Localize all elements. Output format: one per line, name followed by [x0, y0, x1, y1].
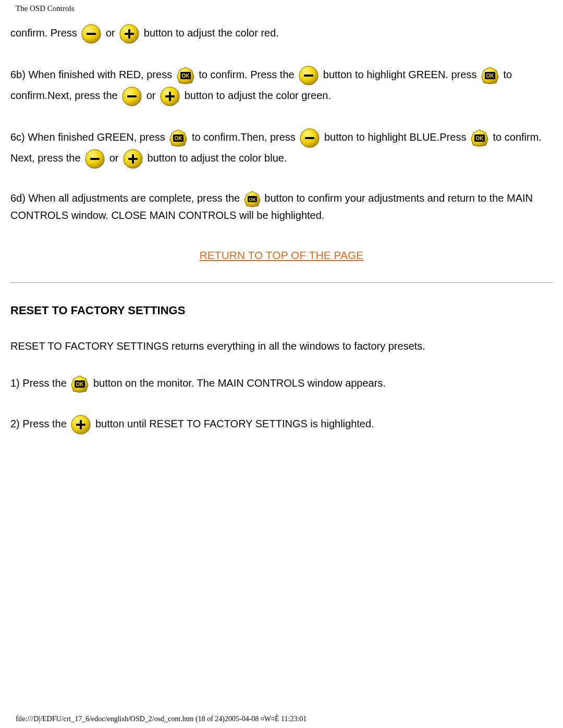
svg-rect-39: [80, 420, 82, 429]
svg-text:OK: OK: [486, 73, 494, 79]
svg-text:OK: OK: [475, 135, 484, 141]
minus-button-icon: [299, 128, 320, 149]
ok-button-icon: OK: [470, 129, 489, 147]
paragraph-6a-cont: confirm. Press or button to adjust the c…: [10, 23, 553, 44]
plus-button-icon: [70, 414, 91, 435]
svg-text:OK: OK: [249, 197, 256, 202]
text: or: [146, 90, 158, 101]
plus-button-icon: [160, 86, 180, 107]
svg-rect-1: [87, 33, 96, 35]
svg-text:OK: OK: [181, 73, 190, 79]
ok-button-icon: OK: [481, 66, 499, 85]
text: 6d) When all adjustments are complete, p…: [10, 192, 243, 204]
plus-button-icon: [119, 23, 140, 44]
ok-button-icon: OK: [244, 191, 261, 207]
paragraph-reset-intro: RESET TO FACTORY SETTINGS returns everyt…: [10, 338, 553, 354]
paragraph-6c: 6c) When finished GREEN, press OK to con…: [10, 128, 553, 169]
text: button to adjust the color red.: [144, 27, 279, 39]
text: 2) Press the: [10, 418, 69, 429]
minus-button-icon: [298, 65, 319, 86]
paragraph-6b: 6b) When finished with RED, press OK to …: [10, 65, 553, 107]
svg-rect-27: [90, 158, 100, 160]
text: or: [106, 27, 118, 39]
svg-rect-4: [128, 29, 130, 39]
svg-rect-22: [305, 137, 314, 139]
plus-button-icon: [123, 149, 143, 169]
text: button until RESET TO FACTORY SETTINGS i…: [95, 418, 374, 429]
paragraph-6d: 6d) When all adjustments are complete, p…: [10, 190, 553, 223]
text: button to highlight GREEN. press: [323, 69, 480, 80]
svg-rect-30: [132, 154, 134, 164]
text: to confirm.Then, press: [192, 131, 299, 143]
text: button to adjust the color blue.: [148, 152, 287, 164]
svg-rect-14: [127, 95, 137, 97]
ok-button-icon: OK: [70, 375, 89, 393]
page-header: The OSD Controls: [0, 0, 563, 13]
minus-button-icon: [81, 23, 102, 44]
text: button to highlight BLUE.Press: [324, 131, 469, 143]
text: 6c) When finished GREEN, press: [10, 131, 168, 143]
text: to confirm. Press the: [199, 69, 297, 80]
main-content: confirm. Press or button to adjust the c…: [0, 13, 563, 435]
text: button on the monitor. The MAIN CONTROLS…: [93, 377, 386, 389]
return-to-top-link[interactable]: RETURN TO TOP OF THE PAGE: [200, 249, 364, 261]
minus-button-icon: [121, 86, 142, 107]
text: button to adjust the color green.: [185, 90, 331, 101]
ok-button-icon: OK: [169, 129, 188, 147]
minus-button-icon: [84, 149, 105, 169]
text: confirm. Press: [10, 27, 80, 39]
section-heading-reset: RESET TO FACTORY SETTINGS: [10, 304, 553, 317]
svg-rect-17: [169, 92, 171, 101]
text: or: [109, 152, 121, 164]
text: 6b) When finished with RED, press: [10, 69, 175, 80]
text: 1) Press the: [10, 377, 69, 389]
svg-rect-9: [304, 75, 313, 77]
return-link-container: RETURN TO TOP OF THE PAGE: [10, 249, 553, 262]
paragraph-step-2: 2) Press the button until RESET TO FACTO…: [10, 414, 553, 435]
svg-text:OK: OK: [76, 381, 84, 387]
paragraph-step-1: 1) Press the OK button on the monitor. T…: [10, 375, 553, 393]
svg-text:OK: OK: [175, 135, 183, 141]
section-divider: [10, 282, 553, 283]
ok-button-icon: OK: [176, 66, 195, 85]
